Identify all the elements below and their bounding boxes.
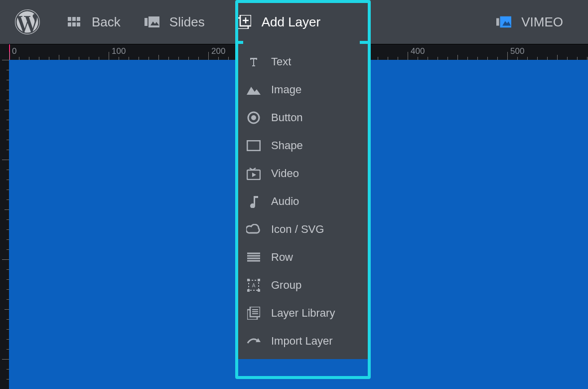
slides-button[interactable]: Slides: [133, 0, 217, 44]
svg-rect-1: [72, 17, 76, 21]
add-layer-icon: [237, 15, 252, 28]
svg-rect-29: [247, 279, 250, 281]
vertical-ruler: [0, 60, 9, 389]
add-layer-option-label: Row: [271, 251, 293, 264]
svg-rect-6: [145, 18, 147, 26]
slides-label: Slides: [169, 14, 205, 30]
svg-rect-7: [148, 16, 159, 27]
svg-marker-16: [247, 87, 261, 95]
add-layer-option-shape[interactable]: Shape: [238, 132, 368, 160]
vimeo-slide-icon: [496, 15, 511, 28]
add-layer-option-icon-svg[interactable]: Icon / SVG: [238, 215, 368, 243]
slides-icon: [145, 15, 159, 28]
svg-rect-2: [77, 17, 80, 21]
svg-rect-31: [247, 289, 250, 292]
layerlibrary-icon: [245, 306, 262, 320]
ruler-corner: [0, 44, 9, 60]
wordpress-logo[interactable]: [0, 0, 55, 44]
svg-rect-32: [258, 289, 260, 292]
main-toolbar: Back Slides Add Layer: [0, 0, 588, 44]
back-label: Back: [92, 14, 121, 30]
svg-text:A: A: [252, 283, 256, 288]
image-icon: [245, 83, 262, 97]
importlayer-icon: [245, 334, 262, 348]
add-layer-option-audio[interactable]: Audio: [238, 188, 368, 215]
add-layer-option-import-layer[interactable]: Import Layer: [238, 327, 368, 355]
ruler-h-label: 500: [510, 46, 524, 56]
add-layer-option-label: Video: [271, 167, 299, 180]
shape-icon: [245, 139, 262, 153]
svg-rect-19: [247, 141, 260, 151]
iconsvg-icon: [245, 222, 262, 236]
audio-icon: [245, 194, 262, 208]
add-layer-dropdown: TextImageButtonShapeVideoAudioIcon / SVG…: [238, 44, 368, 359]
add-layer-option-video[interactable]: Video: [238, 160, 368, 188]
add-layer-option-label: Layer Library: [271, 307, 335, 320]
back-button[interactable]: Back: [55, 0, 133, 44]
add-layer-option-row[interactable]: Row: [238, 243, 368, 271]
svg-rect-4: [72, 22, 76, 26]
svg-rect-3: [68, 22, 71, 26]
add-layer-option-image[interactable]: Image: [238, 76, 368, 104]
ruler-h-label: 100: [112, 46, 126, 56]
add-layer-option-text[interactable]: Text: [238, 48, 368, 76]
svg-point-18: [251, 115, 256, 120]
add-layer-option-layer-library[interactable]: Layer Library: [238, 299, 368, 327]
video-icon: [245, 167, 262, 181]
add-layer-option-label: Shape: [271, 139, 303, 152]
add-layer-option-group[interactable]: AGroup: [238, 271, 368, 299]
add-layer-option-label: Audio: [271, 195, 299, 208]
ruler-h-label: 200: [211, 46, 225, 56]
grid-icon: [67, 15, 82, 28]
wordpress-icon: [15, 9, 40, 34]
svg-rect-30: [258, 279, 260, 281]
add-layer-option-label: Button: [271, 111, 303, 124]
vimeo-button[interactable]: VIMEO: [484, 0, 588, 44]
add-layer-option-button[interactable]: Button: [238, 104, 368, 132]
ruler-h-label: 400: [411, 46, 425, 56]
svg-rect-13: [496, 18, 499, 26]
svg-rect-5: [77, 22, 80, 26]
vimeo-label: VIMEO: [521, 14, 563, 30]
ruler-h-label: 0: [12, 46, 16, 56]
add-layer-option-label: Icon / SVG: [271, 223, 324, 236]
add-layer-button[interactable]: Add Layer: [217, 0, 336, 44]
add-layer-option-label: Image: [271, 83, 301, 96]
svg-rect-0: [68, 17, 71, 21]
svg-marker-23: [252, 173, 256, 177]
add-layer-option-label: Text: [271, 55, 291, 68]
button-icon: [245, 111, 262, 125]
group-icon: A: [245, 278, 262, 292]
text-icon: [245, 55, 262, 69]
add-layer-option-label: Group: [271, 279, 301, 292]
row-icon: [245, 250, 262, 264]
add-layer-option-label: Import Layer: [271, 335, 333, 348]
add-layer-label: Add Layer: [262, 14, 321, 30]
